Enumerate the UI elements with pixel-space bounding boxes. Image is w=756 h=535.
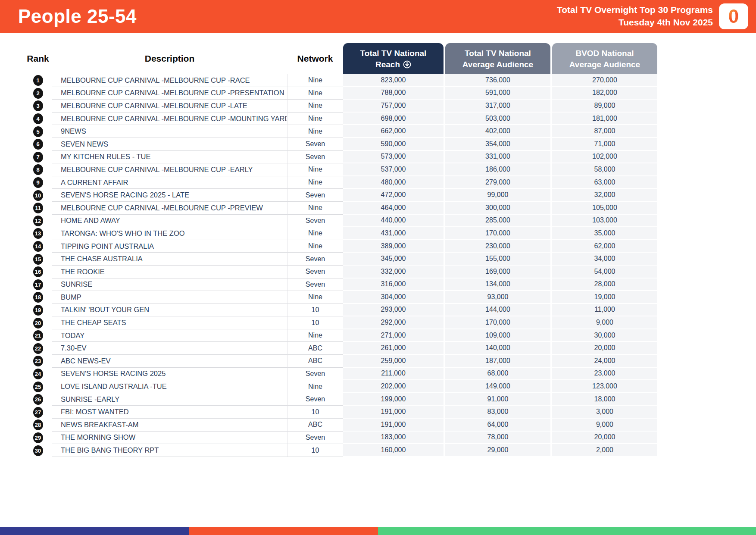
bvod-average-cell: 9,000 xyxy=(552,316,657,329)
network-cell: 10 xyxy=(287,304,343,317)
total-tv-average-cell: 149,000 xyxy=(445,380,550,393)
network-cell: Seven xyxy=(287,278,343,291)
rank-badge: 28 xyxy=(33,419,43,430)
column-header-total-tv-average[interactable]: Total TV National Average Audience xyxy=(445,43,550,74)
rank-cell: 20 xyxy=(24,316,52,329)
network-cell: Seven xyxy=(287,368,343,381)
description-cell: SUNRISE -EARLY xyxy=(52,393,287,406)
rank-cell: 28 xyxy=(24,419,52,432)
rank-badge: 27 xyxy=(33,407,43,418)
description-cell: SUNRISE xyxy=(52,278,287,291)
rank-cell: 23 xyxy=(24,355,52,368)
total-tv-average-cell: 300,000 xyxy=(445,202,550,215)
rank-cell: 5 xyxy=(24,125,52,138)
rank-badge: 13 xyxy=(33,228,43,239)
total-tv-reach-cell: 316,000 xyxy=(343,278,444,291)
table-header-row: Rank Description Network Total TV Nation… xyxy=(24,43,756,74)
rank-cell: 24 xyxy=(24,368,52,381)
bvod-average-cell: 35,000 xyxy=(552,227,657,240)
table-row: 17 SUNRISE Seven 316,000 134,000 28,000 xyxy=(24,278,756,291)
total-tv-reach-cell: 292,000 xyxy=(343,316,444,329)
description-cell: MY KITCHEN RULES - TUE xyxy=(52,151,287,164)
table-row: 23 ABC NEWS-EV ABC 259,000 187,000 24,00… xyxy=(24,355,756,368)
total-tv-reach-cell: 472,000 xyxy=(343,189,444,202)
sort-descending-icon xyxy=(403,60,411,69)
reach-header-line1: Total TV National xyxy=(360,48,427,59)
bvod-average-cell: 24,000 xyxy=(552,355,657,368)
total-tv-reach-cell: 573,000 xyxy=(343,151,444,164)
total-tv-average-cell: 68,000 xyxy=(445,368,550,381)
total-tv-reach-cell: 480,000 xyxy=(343,176,444,189)
rank-badge: 12 xyxy=(33,216,43,226)
bvod-average-cell: 9,000 xyxy=(552,419,657,432)
rank-badge: 16 xyxy=(33,266,43,277)
bvod-average-cell: 32,000 xyxy=(552,189,657,202)
description-cell: MELBOURNE CUP CARNIVAL -MELBOURNE CUP -P… xyxy=(52,202,287,215)
rank-badge: 26 xyxy=(33,394,43,405)
network-cell: Seven xyxy=(287,253,343,266)
bvod-average-cell: 71,000 xyxy=(552,138,657,151)
network-cell: Nine xyxy=(287,380,343,393)
total-tv-average-cell: 169,000 xyxy=(445,266,550,278)
network-cell: 10 xyxy=(287,444,343,457)
table-row: 10 SEVEN'S HORSE RACING 2025 - LATE Seve… xyxy=(24,189,756,202)
bvod-header-line1: BVOD National xyxy=(575,48,634,59)
description-cell: LOVE ISLAND AUSTRALIA -TUE xyxy=(52,380,287,393)
table-row: 13 TARONGA: WHO'S WHO IN THE ZOO Nine 43… xyxy=(24,227,756,240)
rank-badge: 25 xyxy=(33,382,43,392)
description-cell: MELBOURNE CUP CARNIVAL -MELBOURNE CUP -M… xyxy=(52,113,287,125)
description-cell: BUMP xyxy=(52,291,287,304)
bvod-average-cell: 123,000 xyxy=(552,380,657,393)
rank-cell: 18 xyxy=(24,291,52,304)
table-row: 3 MELBOURNE CUP CARNIVAL -MELBOURNE CUP … xyxy=(24,100,756,113)
rank-cell: 11 xyxy=(24,202,52,215)
description-cell: SEVEN NEWS xyxy=(52,138,287,151)
rank-cell: 26 xyxy=(24,393,52,406)
total-tv-average-cell: 64,000 xyxy=(445,419,550,432)
rank-cell: 1 xyxy=(24,74,52,87)
table-row: 26 SUNRISE -EARLY Seven 199,000 91,000 1… xyxy=(24,393,756,406)
top-banner: People 25-54 Total TV Overnight Top 30 P… xyxy=(0,0,756,33)
table-row: 7 MY KITCHEN RULES - TUE Seven 573,000 3… xyxy=(24,151,756,164)
total-tv-reach-cell: 191,000 xyxy=(343,406,444,419)
description-cell: MELBOURNE CUP CARNIVAL -MELBOURNE CUP -P… xyxy=(52,87,287,100)
rank-badge: 9 xyxy=(33,177,43,188)
rank-badge: 19 xyxy=(33,305,43,316)
rank-cell: 17 xyxy=(24,278,52,291)
network-cell: Nine xyxy=(287,100,343,113)
avg-header-line2: Average Audience xyxy=(462,59,533,70)
total-tv-average-cell: 140,000 xyxy=(445,342,550,355)
total-tv-average-cell: 134,000 xyxy=(445,278,550,291)
network-cell: Nine xyxy=(287,202,343,215)
footer-bar-blue-segment xyxy=(0,527,189,535)
column-header-total-tv-reach[interactable]: Total TV National Reach xyxy=(343,43,444,74)
network-cell: Seven xyxy=(287,151,343,164)
total-tv-reach-cell: 211,000 xyxy=(343,368,444,381)
bvod-average-cell: 20,000 xyxy=(552,342,657,355)
bvod-average-cell: 87,000 xyxy=(552,125,657,138)
total-tv-reach-cell: 345,000 xyxy=(343,253,444,266)
rank-cell: 8 xyxy=(24,163,52,176)
program-table: 1 MELBOURNE CUP CARNIVAL -MELBOURNE CUP … xyxy=(24,74,756,457)
table-row: 25 LOVE ISLAND AUSTRALIA -TUE Nine 202,0… xyxy=(24,380,756,393)
rank-cell: 4 xyxy=(24,113,52,125)
column-header-description: Description xyxy=(52,43,287,74)
column-header-bvod-average[interactable]: BVOD National Average Audience xyxy=(552,43,657,74)
description-cell: TARONGA: WHO'S WHO IN THE ZOO xyxy=(52,227,287,240)
bvod-average-cell: 182,000 xyxy=(552,87,657,100)
rank-badge: 23 xyxy=(33,356,43,366)
rank-badge: 20 xyxy=(33,318,43,329)
description-cell: ABC NEWS-EV xyxy=(52,355,287,368)
total-tv-reach-cell: 160,000 xyxy=(343,444,444,457)
total-tv-average-cell: 93,000 xyxy=(445,291,550,304)
table-row: 30 THE BIG BANG THEORY RPT 10 160,000 29… xyxy=(24,444,756,457)
total-tv-reach-cell: 431,000 xyxy=(343,227,444,240)
rank-badge: 15 xyxy=(33,254,43,265)
table-row: 24 SEVEN'S HORSE RACING 2025 Seven 211,0… xyxy=(24,368,756,381)
bvod-average-cell: 62,000 xyxy=(552,240,657,253)
network-cell: 10 xyxy=(287,406,343,419)
footer-color-bar xyxy=(0,527,756,535)
table-row: 21 TODAY Nine 271,000 109,000 30,000 xyxy=(24,329,756,342)
rank-badge: 30 xyxy=(33,445,43,456)
rank-cell: 7 xyxy=(24,151,52,164)
